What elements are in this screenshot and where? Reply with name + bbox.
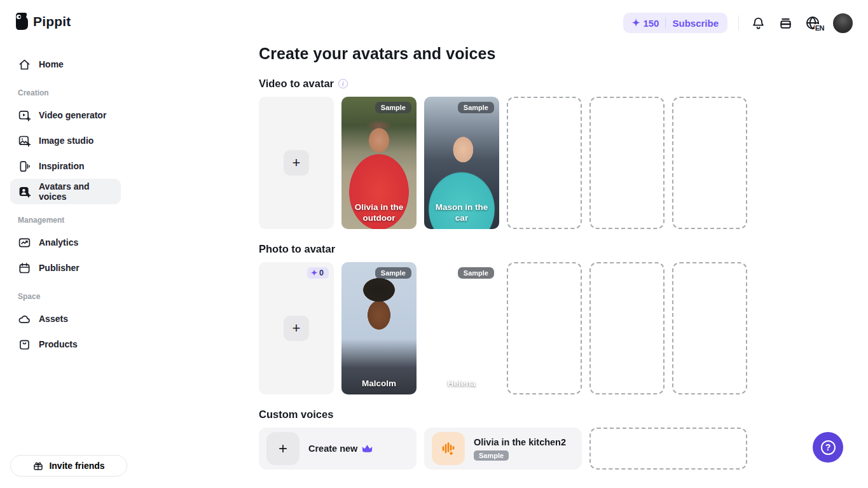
page-title: Create your avatars and voices [259, 45, 748, 63]
home-icon [18, 58, 31, 71]
pill-divider [665, 18, 666, 28]
sidebar-item-label: Inspiration [39, 161, 85, 171]
invite-friends-button[interactable]: Invite friends [10, 455, 127, 477]
invite-friends-label: Invite friends [49, 461, 104, 471]
pippit-logo-icon [14, 13, 28, 30]
photo-to-avatar-row: ✦ 0 + Sample Malcolm Sample Helena [259, 262, 748, 394]
custom-voices-row: + Create new Olivia in the kitchen2 Samp… [259, 428, 748, 470]
video-generator-icon [18, 109, 31, 122]
avatars-and-voices-icon [18, 185, 31, 199]
empty-avatar-slot [589, 262, 665, 394]
publisher-icon [18, 261, 31, 275]
sidebar-item-label: Avatars and voices [39, 181, 113, 202]
sidebar-item-label: Publisher [39, 263, 79, 273]
orders-icon [778, 16, 793, 31]
empty-avatar-slot [507, 262, 582, 394]
assets-cloud-icon [18, 312, 31, 326]
sidebar-item-video-generator[interactable]: Video generator [10, 102, 121, 128]
sample-badge: Sample [458, 267, 494, 279]
bell-icon [751, 16, 766, 31]
language-button[interactable]: EN [804, 15, 822, 31]
sidebar-item-assets[interactable]: Assets [10, 306, 121, 331]
empty-voice-slot [589, 428, 747, 470]
create-voice-label: Create new [308, 443, 357, 454]
voice-tile [432, 432, 465, 465]
custom-voices-title: Custom voices [259, 408, 333, 421]
topbar-divider [738, 15, 739, 31]
voice-item-olivia-kitchen2[interactable]: Olivia in the kitchen2 Sample [424, 428, 582, 470]
video-to-avatar-title: Video to avatar [259, 78, 334, 90]
plus-icon: + [284, 150, 309, 176]
language-code: EN [815, 24, 825, 32]
credit-cost-value: 0 [319, 268, 324, 277]
sidebar-item-products[interactable]: Products [10, 331, 121, 357]
avatar-card-mason-car[interactable]: Sample Mason in the car [424, 97, 499, 229]
sidebar-item-image-studio[interactable]: Image studio [10, 128, 121, 153]
sidebar-item-avatars-and-voices[interactable]: Avatars and voices [10, 179, 121, 204]
voice-sample-badge: Sample [474, 450, 509, 461]
sidebar: Pippit Home Creation Video generator Ima… [0, 0, 131, 488]
avatar-card-malcolm[interactable]: Sample Malcolm [341, 262, 417, 394]
add-video-avatar-card[interactable]: + [259, 97, 334, 229]
voice-title: Olivia in the kitchen2 [474, 437, 566, 447]
question-mark-icon: ? [821, 440, 836, 455]
sample-badge: Sample [375, 102, 411, 113]
add-photo-avatar-card[interactable]: ✦ 0 + [259, 262, 334, 394]
photo-to-avatar-title: Photo to avatar [259, 243, 335, 255]
video-to-avatar-row: + Sample Olivia in the outdoor Sample Ma… [259, 97, 748, 229]
help-button[interactable]: ? [813, 432, 843, 463]
plus-icon: + [266, 432, 300, 465]
sample-badge: Sample [375, 267, 411, 279]
sidebar-section-space: Space [18, 292, 121, 301]
credit-star-icon: ✦ [632, 17, 640, 29]
sidebar-item-label: Assets [39, 314, 68, 324]
avatar-card-title: Malcolm [347, 378, 411, 389]
sidebar-item-label: Home [39, 59, 64, 69]
orders-button[interactable] [777, 15, 794, 31]
empty-avatar-slot [672, 97, 747, 229]
empty-avatar-slot [507, 97, 582, 229]
sidebar-item-inspiration[interactable]: Inspiration [10, 153, 121, 179]
voice-waveform-icon [440, 440, 457, 457]
sidebar-item-publisher[interactable]: Publisher [10, 255, 121, 281]
sidebar-item-label: Video generator [39, 110, 106, 120]
credit-star-icon: ✦ [311, 268, 317, 277]
subscribe-button[interactable]: Subscribe [672, 18, 719, 29]
sidebar-section-creation: Creation [18, 88, 121, 97]
sidebar-section-management: Management [18, 216, 121, 225]
credits-pill: ✦ 150 Subscribe [623, 13, 727, 33]
plus-icon: + [284, 316, 309, 341]
credit-cost-badge: ✦ 0 [307, 267, 329, 279]
user-avatar[interactable] [833, 13, 853, 33]
products-bag-icon [18, 338, 31, 351]
empty-avatar-slot [672, 262, 747, 394]
analytics-icon [18, 236, 31, 249]
notifications-button[interactable] [750, 15, 766, 31]
sample-badge: Sample [458, 102, 494, 113]
main-content: Create your avatars and voices Video to … [259, 45, 748, 470]
topbar: ✦ 150 Subscribe EN [623, 0, 853, 46]
crown-icon [362, 444, 373, 453]
inspiration-icon [18, 160, 31, 173]
brand-name: Pippit [33, 14, 71, 29]
sidebar-item-label: Products [39, 339, 78, 349]
gift-icon [32, 460, 44, 471]
sidebar-item-label: Image studio [39, 136, 93, 146]
brand-logo[interactable]: Pippit [14, 13, 121, 30]
sidebar-item-label: Analytics [39, 237, 78, 247]
avatar-card-olivia-outdoor[interactable]: Sample Olivia in the outdoor [341, 97, 417, 229]
avatar-card-title: Helena [429, 378, 494, 389]
sidebar-item-analytics[interactable]: Analytics [10, 230, 121, 255]
image-studio-icon [18, 134, 31, 148]
avatar-card-helena[interactable]: Sample Helena [424, 262, 499, 394]
credits-button[interactable]: ✦ 150 [632, 17, 659, 29]
avatar-card-title: Mason in the car [429, 202, 494, 224]
empty-avatar-slot [589, 97, 665, 229]
credits-count: 150 [643, 18, 659, 29]
info-icon[interactable]: i [338, 79, 348, 88]
sidebar-item-home[interactable]: Home [10, 52, 121, 77]
create-voice-button[interactable]: + Create new [259, 428, 417, 470]
avatar-card-title: Olivia in the outdoor [347, 202, 411, 224]
